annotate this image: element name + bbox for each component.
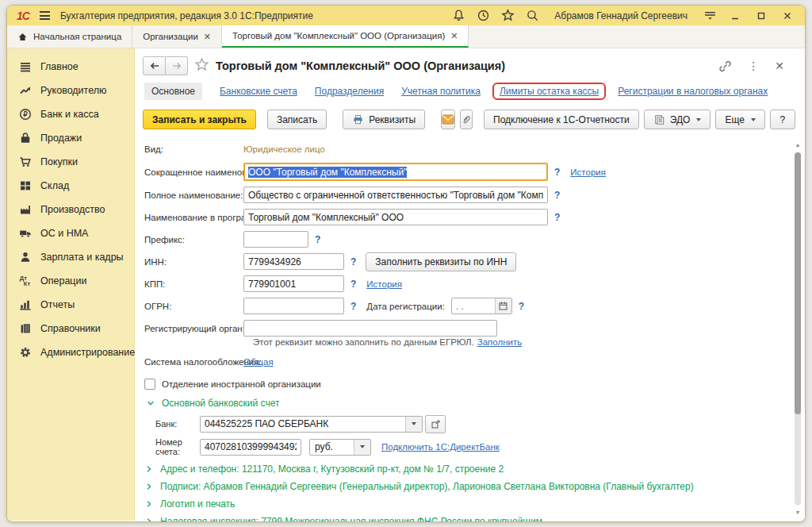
minimize-button[interactable] — [726, 7, 745, 25]
nav-departments[interactable]: Подразделения — [315, 86, 384, 97]
inn-input[interactable] — [243, 253, 344, 270]
section-logo-stamp[interactable]: Логотип и печать — [144, 498, 805, 510]
help-mark[interactable]: ? — [519, 301, 524, 312]
vertical-scrollbar[interactable]: ▲ ▼ — [794, 142, 802, 516]
sidebar-item-otchety[interactable]: Отчеты — [7, 293, 134, 317]
section-signatures[interactable]: Подписи: Абрамов Геннадий Сергеевич (Ген… — [144, 481, 805, 492]
bank-section-header[interactable]: Основной банковский счет — [146, 398, 805, 409]
requisites-button[interactable]: Реквизиты — [343, 110, 425, 129]
maximize-button[interactable] — [752, 7, 771, 25]
prefix-input[interactable] — [243, 231, 308, 248]
ogrn-label: ОГРН: — [144, 302, 243, 311]
nav-bank-accounts[interactable]: Банковские счета — [220, 86, 297, 97]
reg-organ-input[interactable] — [243, 320, 497, 337]
organization-card-panel: Торговый дом "Комплексный" ООО (Организа… — [135, 48, 805, 521]
sidebar-item-administrirovanie[interactable]: Администрирование — [7, 340, 134, 364]
directbank-link[interactable]: Подключить 1С:ДиректБанк — [381, 442, 500, 452]
chevron-right-icon — [144, 482, 154, 491]
help-mark[interactable]: ? — [315, 234, 320, 245]
sidebar-item-bank-kassa[interactable]: ₽ Банк и касса — [7, 102, 134, 126]
foreign-branch-checkbox[interactable] — [144, 379, 155, 390]
scroll-up-arrow[interactable]: ▲ — [795, 142, 801, 148]
edo-dropdown-button[interactable]: ЭДО — [644, 110, 711, 129]
short-name-history-link[interactable]: История — [570, 167, 606, 177]
full-name-input[interactable] — [243, 187, 548, 203]
sidebar-item-glavnoe[interactable]: Главное — [7, 55, 134, 79]
tab-organization-card[interactable]: Торговый дом "Комплексный" ООО (Организа… — [222, 25, 469, 48]
cart-icon — [18, 156, 32, 169]
back-button[interactable] — [143, 56, 166, 75]
reg-organ-label: Регистрирующий орган: — [144, 324, 243, 333]
person-icon — [18, 251, 32, 264]
nav-cash-limits[interactable]: Лимиты остатка кассы — [500, 86, 599, 97]
foreign-branch-label: Отделение иностранной организации — [162, 379, 321, 389]
tab-organizations[interactable]: Организации ✕ — [132, 25, 222, 48]
egrul-fill-link[interactable]: Заполнить — [477, 337, 522, 347]
nav-main[interactable]: Основное — [144, 83, 202, 100]
search-icon[interactable] — [523, 7, 541, 25]
notifications-bell-icon[interactable] — [450, 7, 467, 25]
send-email-button[interactable] — [441, 110, 455, 129]
help-button[interactable]: ? — [770, 110, 795, 129]
scroll-down-arrow[interactable]: ▼ — [795, 510, 801, 516]
forward-button[interactable] — [166, 56, 188, 75]
current-user-name[interactable]: Абрамов Геннадий Сергеевич — [554, 10, 688, 21]
save-button[interactable]: Записать — [267, 110, 327, 129]
tab-close-icon[interactable]: ✕ — [204, 32, 211, 42]
sidebar-item-proizvodstvo[interactable]: Производство — [7, 198, 134, 221]
account-number-input[interactable] — [200, 439, 301, 456]
calendar-icon[interactable] — [495, 298, 511, 314]
more-actions-icon[interactable]: ⋮ — [748, 60, 759, 72]
help-mark[interactable]: ? — [350, 279, 356, 290]
tab-home[interactable]: Начальная страница — [7, 25, 132, 48]
nav-accounting-policy[interactable]: Учетная политика — [401, 86, 481, 97]
sidebar-item-spravochniki[interactable]: Справочники — [7, 317, 134, 340]
sidebar-item-zarplata-kadry[interactable]: Зарплата и кадры — [7, 245, 134, 269]
bank-input[interactable] — [201, 417, 405, 431]
close-form-icon[interactable]: ✕ — [775, 60, 784, 72]
short-name-input[interactable]: ООО "Торговый дом "Комплексный" — [243, 163, 548, 181]
app-window: 1С Бухгалтерия предприятия, редакция 3.0… — [6, 5, 806, 522]
help-mark[interactable]: ? — [350, 256, 356, 267]
sidebar-item-pokupki[interactable]: Покупки — [7, 150, 134, 174]
attachments-button[interactable] — [460, 110, 473, 129]
dropdown-arrow-icon[interactable] — [405, 417, 422, 432]
help-mark[interactable]: ? — [554, 167, 560, 178]
main-bank-account-section: Основной банковский счет Банк: Номе — [144, 398, 805, 456]
help-mark[interactable]: ? — [554, 190, 560, 201]
ogrn-input[interactable] — [243, 298, 344, 314]
sidebar-item-prodazhi[interactable]: Продажи — [7, 126, 134, 150]
bank-combo — [200, 416, 423, 433]
section-tax-inspection[interactable]: Налоговая инспекция: 7799 Межрегиональна… — [144, 516, 805, 522]
nav-tax-registrations[interactable]: Регистрации в налоговых органах — [618, 86, 768, 97]
save-and-close-button[interactable]: Записать и закрыть — [143, 110, 256, 129]
tax-system-link[interactable]: Общая — [243, 357, 274, 367]
tab-close-icon[interactable]: ✕ — [450, 31, 458, 41]
history-icon[interactable] — [474, 7, 492, 25]
favorites-star-icon[interactable] — [499, 7, 516, 25]
svg-text:₽: ₽ — [23, 110, 28, 118]
help-mark[interactable]: ? — [554, 212, 560, 223]
program-name-input[interactable] — [243, 209, 548, 225]
reg-date-input[interactable] — [452, 299, 495, 313]
open-bank-button[interactable] — [425, 415, 446, 433]
favorite-star-icon[interactable] — [194, 57, 209, 75]
kpp-input[interactable] — [243, 275, 344, 292]
sidebar-item-rukovoditelyu[interactable]: Руководителю — [7, 79, 134, 102]
fill-by-inn-button[interactable]: Заполнить реквизиты по ИНН — [366, 252, 516, 271]
more-button[interactable]: Еще — [715, 110, 764, 129]
close-window-button[interactable] — [778, 7, 797, 25]
sidebar-item-sklad[interactable]: Склад — [7, 174, 134, 198]
help-mark[interactable]: ? — [350, 301, 356, 312]
service-settings-icon[interactable] — [701, 7, 718, 25]
app-title: Бухгалтерия предприятия, редакция 3.0 1С… — [60, 10, 313, 21]
scrollbar-thumb[interactable] — [795, 152, 801, 414]
kpp-history-link[interactable]: История — [366, 279, 402, 289]
sidebar-item-operacii[interactable]: ДтКт Операции — [7, 269, 134, 293]
main-menu-icon[interactable] — [40, 11, 50, 20]
connect-1c-reporting-button[interactable]: Подключение к 1С-Отчетности — [484, 110, 639, 129]
sidebar-item-os-nma[interactable]: ОС и НМА — [7, 221, 134, 245]
dropdown-arrow-icon[interactable] — [354, 440, 370, 455]
section-address-phone[interactable]: Адрес и телефон: 121170, Москва г, Кутуз… — [144, 464, 805, 475]
get-link-icon[interactable] — [718, 60, 732, 73]
